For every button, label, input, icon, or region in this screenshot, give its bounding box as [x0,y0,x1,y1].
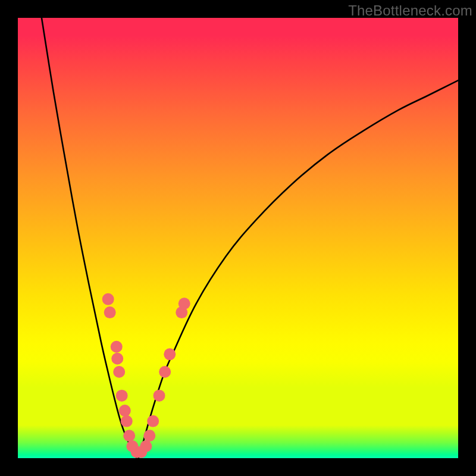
data-dot [113,366,125,378]
data-dot [123,430,135,441]
data-dot [164,348,176,360]
series-1 [139,80,458,458]
curves-svg [18,18,458,458]
data-dot [140,440,152,452]
data-dot [178,298,190,309]
chart-frame: TheBottleneck.com [0,0,476,476]
data-dot [121,415,133,427]
data-dot [154,390,165,402]
data-dot [143,430,155,441]
data-dot [102,293,114,305]
watermark-text: TheBottleneck.com [348,2,472,19]
data-dot [116,390,128,402]
data-dot [104,306,116,318]
curve-layer [42,18,458,458]
data-dot [119,405,131,416]
data-dot [159,366,171,378]
data-dot [147,415,159,427]
dots-layer [102,293,190,458]
data-dot [111,341,123,353]
plot-area [18,18,458,458]
data-dot [111,353,123,365]
